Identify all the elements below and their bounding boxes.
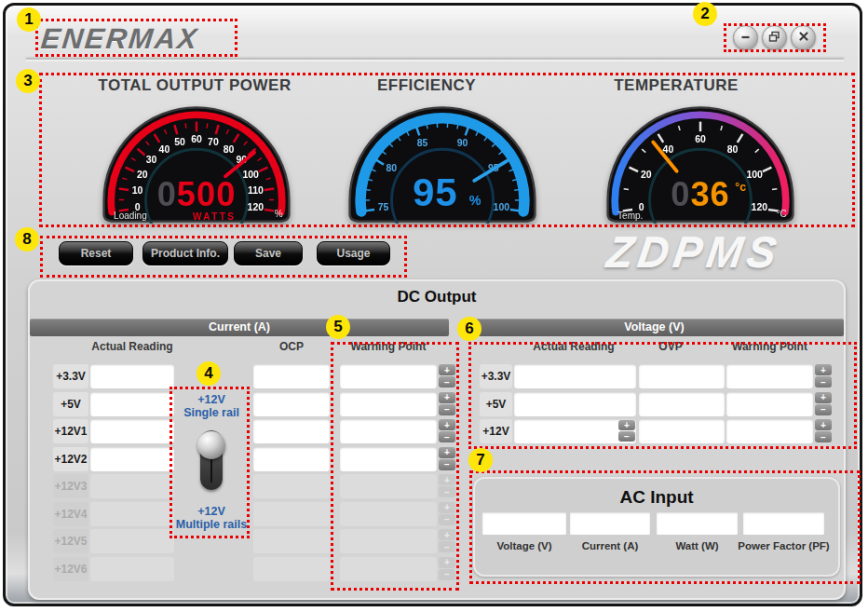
ac-power-factor-(pf)-label: Power Factor (PF) — [738, 540, 830, 553]
gauge-title-power: TOTAL OUTPUT POWER — [92, 76, 297, 95]
current-12v1-warning-point-decrease-button[interactable]: − — [439, 431, 455, 442]
current-12v2-actual-reading-input[interactable] — [90, 447, 174, 471]
current-5v-warning-point-increase-button[interactable]: + — [439, 392, 455, 403]
rail-switch-knob[interactable] — [197, 431, 225, 459]
current-12v3-warning-point-increase-button: + — [439, 474, 455, 485]
minimize-button[interactable] — [733, 25, 758, 50]
voltage-33v-warning-point-increase-button[interactable]: + — [815, 364, 832, 375]
ac-voltage-(v)-input[interactable] — [482, 512, 566, 535]
svg-text:036: 036 — [671, 175, 729, 213]
svg-text:°c: °c — [735, 181, 746, 194]
voltage-5v-warning-point-decrease-button[interactable]: − — [815, 404, 832, 415]
rail-single-label-line2: Single rail — [156, 406, 267, 419]
voltage-33v-warning-point-input[interactable] — [726, 364, 813, 388]
svg-text:Temp.: Temp. — [617, 211, 643, 221]
voltage-12v-warning-point-decrease-button[interactable]: − — [815, 431, 832, 442]
close-button[interactable] — [791, 25, 816, 50]
ac-watt-(w)-input[interactable] — [657, 512, 738, 535]
voltage-12v-ovp-input[interactable] — [639, 419, 725, 443]
current-33v-warning-point-input[interactable] — [340, 364, 437, 388]
power-gauge: 01020304050607080901001101200500WATTSLoa… — [96, 105, 297, 224]
voltage-12v-actual-reading-stepper: +− — [618, 420, 635, 442]
current-33v-ocp-input[interactable] — [253, 364, 330, 388]
svg-text:85: 85 — [417, 137, 428, 148]
annotation-badge-4: 4 — [197, 361, 221, 386]
dc-output-title: DC Output — [30, 288, 844, 306]
svg-text:60: 60 — [695, 133, 706, 144]
current-5v-warning-point-decrease-button[interactable]: − — [439, 404, 455, 415]
voltage-actual-reading-header: Actual Reading — [499, 340, 648, 354]
voltage-5v-warning-point-input[interactable] — [726, 392, 813, 416]
voltage-5v-ovp-input[interactable] — [639, 392, 725, 416]
ac-voltage-(v)-label: Voltage (V) — [477, 540, 572, 553]
current-12v2-warning-point-input[interactable] — [340, 447, 437, 471]
voltage-33v-label: +3.3V — [480, 364, 512, 388]
ac-input-title: AC Input — [475, 487, 838, 508]
svg-text:80: 80 — [386, 162, 397, 173]
current-12v4-label: +12V4 — [53, 502, 88, 526]
current-12v5-actual-reading-input — [90, 529, 174, 553]
ac-power-factor-(pf)-input[interactable] — [743, 512, 824, 535]
current-12v2-warning-point-increase-button[interactable]: + — [439, 447, 455, 458]
efficiency-gauge: 758085909510095% — [342, 105, 543, 224]
svg-text:20: 20 — [137, 169, 148, 180]
voltage-12v-actual-reading-increase-button[interactable]: + — [618, 420, 635, 430]
voltage-5v-label: +5V — [480, 392, 512, 416]
current-12v5-label: +12V5 — [53, 529, 88, 553]
screenshot-root: { "window": { "logo": "ENERMAX", "waterm… — [0, 0, 868, 612]
restore-button[interactable] — [762, 25, 787, 50]
current-12v2-ocp-input[interactable] — [253, 447, 330, 471]
current-33v-warning-point-decrease-button[interactable]: − — [439, 376, 455, 388]
voltage-12v-actual-reading-decrease-button[interactable]: − — [618, 431, 635, 442]
restore-icon — [768, 31, 780, 46]
voltage-12v-warning-point-increase-button[interactable]: + — [815, 419, 832, 430]
current-12v6-warning-point-increase-button: + — [439, 557, 455, 568]
voltage-warning-point-header: Warning Point — [726, 340, 813, 354]
annotation-badge-2: 2 — [693, 2, 717, 26]
voltage-12v-warning-point-input[interactable] — [726, 419, 813, 443]
current-33v-actual-reading-input[interactable] — [90, 364, 174, 388]
svg-text:50: 50 — [174, 136, 185, 147]
ocp-header: OCP — [253, 340, 330, 354]
voltage-33v-actual-reading-input[interactable] — [514, 364, 636, 388]
current-12v5-warning-point-increase-button: + — [439, 529, 455, 540]
current-5v-label: +5V — [53, 392, 88, 416]
svg-text:75: 75 — [378, 201, 389, 212]
rail-single-label-line1: +12V — [156, 393, 267, 406]
current-12v4-warning-point-stepper: +− — [439, 502, 455, 526]
usage-button[interactable]: Usage — [317, 241, 390, 265]
current-12v1-actual-reading-input[interactable] — [90, 419, 174, 443]
voltage-33v-warning-point-decrease-button[interactable]: − — [815, 376, 832, 388]
annotation-badge-8: 8 — [15, 227, 39, 252]
rail-multiple-label-line2: Multiple rails — [156, 518, 267, 531]
svg-text:90: 90 — [457, 137, 468, 148]
svg-text:80: 80 — [727, 143, 739, 155]
voltage-section-header: Voltage (V) — [465, 319, 844, 336]
current-12v1-warning-point-input[interactable] — [340, 419, 437, 443]
current-12v4-warning-point-increase-button: + — [439, 502, 455, 513]
current-12v2-warning-point-decrease-button[interactable]: − — [439, 459, 455, 470]
svg-text:95: 95 — [413, 170, 458, 214]
voltage-5v-warning-point-increase-button[interactable]: + — [815, 392, 832, 403]
reset-button[interactable]: Reset — [59, 241, 133, 265]
svg-text:100: 100 — [242, 169, 259, 180]
ac-current-(a)-input[interactable] — [570, 512, 650, 535]
current-12v1-label: +12V1 — [53, 419, 88, 443]
svg-text:%: % — [469, 193, 481, 208]
save-button[interactable]: Save — [234, 241, 303, 265]
current-12v6-warning-point-input — [340, 557, 437, 581]
voltage-33v-ovp-input[interactable] — [639, 364, 725, 388]
annotation-badge-3: 3 — [16, 69, 40, 93]
current-12v1-ocp-input[interactable] — [253, 419, 330, 443]
gauge-title-efficiency: EFFICIENCY — [324, 76, 529, 95]
svg-text:°C: °C — [776, 209, 786, 219]
annotation-badge-6: 6 — [457, 317, 481, 341]
product-info-button[interactable]: Product Info. — [142, 241, 228, 265]
current-33v-warning-point-increase-button[interactable]: + — [439, 364, 455, 375]
voltage-5v-actual-reading-input[interactable] — [514, 392, 636, 416]
current-12v2-label: +12V2 — [53, 447, 88, 471]
voltage-12v-warning-point-stepper: +− — [815, 419, 832, 443]
current-5v-warning-point-input[interactable] — [340, 392, 437, 416]
voltage-12v-label: +12V — [480, 419, 512, 443]
current-12v1-warning-point-increase-button[interactable]: + — [439, 419, 455, 430]
